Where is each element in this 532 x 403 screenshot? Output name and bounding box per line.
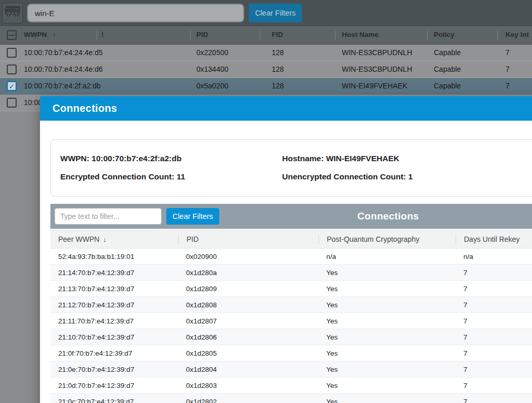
row-checkbox[interactable] (7, 48, 17, 58)
cell-wwpn: 10:00:70:b7:e4:2f:a2:db (24, 82, 101, 90)
cell-host: WIN-ES3CBPUDNLH (342, 65, 412, 73)
cell-pid: 0x1d2804 (178, 366, 318, 373)
column-header-fid[interactable]: FID (272, 31, 283, 38)
row-checkbox[interactable] (7, 98, 17, 108)
row-checkbox-checked[interactable]: ✓ (7, 81, 17, 91)
column-separator (335, 31, 336, 40)
sort-desc-icon: ↓ (103, 236, 107, 243)
cell-post-quantum-cryptography: Yes (318, 301, 456, 309)
column-header-post-quantum-cryptography[interactable]: Post-Quantum Cryptography (318, 234, 456, 244)
connections-table-row[interactable]: 52:4a:93:7b:ba:b1:19:010x020900n/an/a (50, 249, 532, 265)
select-all-checkbox[interactable] (7, 30, 17, 40)
connection-summary-box: WWPN: 10:00:70:b7:e4:2f:a2:db Hostname: … (50, 139, 532, 197)
cell-fid: 128 (272, 48, 284, 57)
cell-days-until-rekey: 7 (456, 366, 532, 373)
cell-post-quantum-cryptography: Yes (318, 317, 456, 325)
cell-host: WIN-EI49FVEHAEK (342, 82, 407, 90)
connections-table-row[interactable]: 21:14:70:b7:e4:12:39:d70x1d280aYes7 (50, 265, 532, 281)
column-separator (97, 31, 97, 40)
cell-peer-wwpn: 21:10:70:b7:e4:12:39:d7 (50, 333, 178, 341)
cell-post-quantum-cryptography: Yes (318, 285, 456, 293)
cell-wwpn: 10:00 (24, 98, 42, 107)
cell-days-until-rekey: 7 (456, 398, 532, 403)
summary-unencrypted-count: Unencrypted Connection Count: 1 (282, 172, 532, 181)
cell-key-int: 7 (506, 82, 510, 90)
connections-table-row[interactable]: 21:0e:70:b7:e4:12:39:d70x1d2804Yes7 (50, 361, 532, 378)
modal-header: Connections (40, 96, 532, 121)
connections-table-row[interactable]: 21:11:70:b7:e4:12:39:d70x1d2807Yes7 (50, 313, 532, 329)
cell-days-until-rekey: 7 (456, 269, 532, 277)
connections-table-row[interactable]: 21:0d:70:b7:e4:12:39:d70x1d2803Yes7 (50, 378, 532, 394)
indeterminate-mark (9, 35, 15, 36)
connections-table-body: 52:4a:93:7b:ba:b1:19:010x020900n/an/a21:… (50, 249, 532, 403)
column-separator (427, 31, 428, 40)
wwpn-table-row[interactable]: 10:00:70:b7:e4:24:4e:d60x134400128WIN-ES… (0, 61, 532, 78)
sort-asc-icon: ↑ (52, 31, 56, 38)
cell-pid: 0x020900 (178, 253, 318, 261)
cell-post-quantum-cryptography: n/a (318, 253, 456, 261)
column-header-pid[interactable]: PID (178, 234, 318, 244)
column-header-wwpn[interactable]: WWPN ↑ (24, 31, 56, 38)
connections-table-header: Peer WWPN↓ PID Post-Quantum Cryptography… (50, 230, 532, 249)
column-header-host-name[interactable]: Host Name (342, 31, 379, 38)
cell-fid: 128 (272, 65, 284, 73)
column-header-policy[interactable]: Policy (434, 31, 455, 38)
cell-post-quantum-cryptography: Yes (318, 333, 456, 341)
cell-days-until-rekey: 7 (456, 382, 532, 389)
cell-peer-wwpn: 52:4a:93:7b:ba:b1:19:01 (50, 253, 178, 261)
cell-host: WIN-ES3CBPUDNLH (342, 48, 412, 57)
cell-policy: Capable (434, 48, 461, 57)
cell-fid: 128 (272, 82, 284, 90)
connections-clear-filters-button[interactable]: Clear Filters (166, 208, 219, 225)
modal-title: Connections (52, 102, 117, 114)
cell-pid: 0x220500 (196, 48, 229, 57)
column-header-peer-wwpn[interactable]: Peer WWPN↓ (50, 234, 178, 244)
connections-table: Peer WWPN↓ PID Post-Quantum Cryptography… (50, 230, 532, 403)
column-header-key-int[interactable]: Key Int (506, 31, 529, 38)
cell-pid: 0x1d2805 (178, 349, 318, 357)
connections-table-row[interactable]: 21:13:70:b7:e4:12:39:d70x1d2809Yes7 (50, 281, 532, 297)
cell-pid: 0x1d2802 (178, 398, 318, 403)
connections-modal: Connections WWPN: 10:00:70:b7:e4:2f:a2:d… (40, 96, 532, 403)
connections-table-row[interactable]: 21:0c:70:b7:e4:12:39:d70x1d2802Yes7 (50, 394, 532, 403)
cell-days-until-rekey: 7 (456, 317, 532, 325)
connections-table-row[interactable]: 21:10:70:b7:e4:12:39:d70x1d2806Yes7 (50, 329, 532, 345)
cell-pid: 0x1d2806 (178, 333, 318, 341)
cell-peer-wwpn: 21:11:70:b7:e4:12:39:d7 (50, 317, 178, 325)
cell-days-until-rekey: 7 (456, 349, 532, 357)
connections-filter-input[interactable] (55, 208, 162, 225)
cell-wwpn: 10:00:70:b7:e4:24:4e:d6 (24, 65, 103, 73)
column-separator (190, 31, 191, 40)
cell-peer-wwpn: 21:0e:70:b7:e4:12:39:d7 (50, 366, 178, 373)
cell-peer-wwpn: 21:14:70:b7:e4:12:39:d7 (50, 269, 178, 277)
column-header-alert[interactable]: ! (101, 31, 104, 38)
background-toolbar: Clear Filters (0, 0, 532, 26)
column-header-pid[interactable]: PID (196, 31, 208, 38)
column-separator (497, 31, 498, 40)
cell-key-int: 7 (506, 65, 510, 73)
cell-post-quantum-cryptography: Yes (318, 398, 456, 403)
connector-plugs-icon (4, 4, 21, 22)
cell-policy: Capable (434, 82, 461, 90)
wwpn-search-input[interactable] (27, 4, 244, 22)
wwpn-table-row[interactable]: 10:00:70:b7:e4:24:4e:d50x220500128WIN-ES… (0, 45, 532, 61)
cell-post-quantum-cryptography: Yes (318, 382, 456, 389)
connections-table-row[interactable]: 21:0f:70:b7:e4:12:39:d70x1d2805Yes7 (50, 345, 532, 361)
cell-peer-wwpn: 21:0c:70:b7:e4:12:39:d7 (50, 398, 178, 403)
summary-encrypted-count: Encrypted Connection Count: 11 (60, 172, 282, 181)
cell-wwpn: 10:00:70:b7:e4:24:4e:d5 (24, 48, 103, 57)
cell-post-quantum-cryptography: Yes (318, 366, 456, 373)
summary-wwpn: WWPN: 10:00:70:b7:e4:2f:a2:db (60, 154, 282, 163)
cell-days-until-rekey: 7 (456, 285, 532, 293)
column-header-days-until-rekey[interactable]: Days Until Rekey (456, 234, 532, 244)
row-checkbox[interactable] (7, 64, 17, 74)
clear-filters-button[interactable]: Clear Filters (249, 4, 302, 22)
cell-days-until-rekey: 7 (456, 301, 532, 309)
cell-post-quantum-cryptography: Yes (318, 269, 456, 277)
cell-pid: 0x1d2803 (178, 382, 318, 389)
device-icon-button[interactable] (2, 3, 23, 23)
cell-pid: 0x1d2808 (178, 301, 318, 309)
connections-table-row[interactable]: 21:12:70:b7:e4:12:39:d70x1d2808Yes7 (50, 297, 532, 313)
wwpn-table-row[interactable]: ✓10:00:70:b7:e4:2f:a2:db0x5a0200128WIN-E… (0, 78, 532, 95)
cell-days-until-rekey: n/a (456, 253, 532, 261)
